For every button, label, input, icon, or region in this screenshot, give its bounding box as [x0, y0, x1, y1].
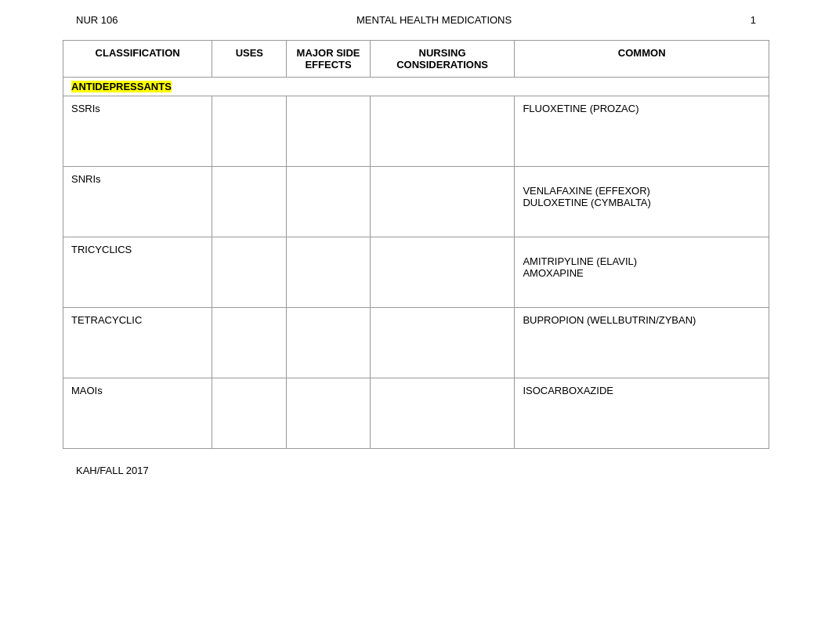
classification-tetracyclic: TETRACYCLIC [63, 308, 212, 378]
classification-ssris: SSRIs [63, 96, 212, 167]
major-snris [287, 167, 370, 237]
uses-snris [212, 167, 287, 237]
major-tetracyclic [287, 308, 370, 378]
classification-snris: SNRIs [63, 167, 212, 237]
footer: KAH/FALL 2017 [0, 449, 832, 492]
common-tetracyclic: BUPROPION (WELLBUTRIN/ZYBAN) [515, 308, 769, 378]
table-row: SNRIs VENLAFAXINE (EFFEXOR) DULOXETINE (… [63, 167, 769, 237]
classification-maois: MAOIs [63, 378, 212, 449]
page: NUR 106 MENTAL HEALTH MEDICATIONS 1 CLAS… [0, 0, 832, 644]
footer-text: KAH/FALL 2017 [76, 465, 149, 476]
table-row: TRICYCLICS AMITRIPYLINE (ELAVIL) AMOXAPI… [63, 237, 769, 308]
major-maois [287, 378, 370, 449]
header: NUR 106 MENTAL HEALTH MEDICATIONS 1 [0, 0, 832, 40]
uses-tricyclics [212, 237, 287, 308]
uses-tetracyclic [212, 308, 287, 378]
table-row: TETRACYCLIC BUPROPION (WELLBUTRIN/ZYBAN) [63, 308, 769, 378]
table-wrapper: CLASSIFICATION USES MAJOR SIDE EFFECTS N… [63, 40, 769, 449]
header-title: MENTAL HEALTH MEDICATIONS [118, 14, 750, 26]
antidepressants-label: ANTIDEPRESSANTS [71, 81, 172, 92]
table-row: SSRIs FLUOXETINE (PROZAC) [63, 96, 769, 167]
nursing-maois [370, 378, 515, 449]
common-snris: VENLAFAXINE (EFFEXOR) DULOXETINE (CYMBAL… [515, 167, 769, 237]
header-page: 1 [751, 14, 756, 26]
classification-tricyclics: TRICYCLICS [63, 237, 212, 308]
col-nursing-considerations: NURSING CONSIDERATIONS [370, 41, 515, 78]
nursing-ssris [370, 96, 515, 167]
col-classification: CLASSIFICATION [63, 41, 212, 78]
nursing-tetracyclic [370, 308, 515, 378]
common-maois: ISOCARBOXAZIDE [515, 378, 769, 449]
main-table: CLASSIFICATION USES MAJOR SIDE EFFECTS N… [63, 40, 769, 449]
uses-maois [212, 378, 287, 449]
col-uses: USES [212, 41, 287, 78]
col-common: COMMON [515, 41, 769, 78]
nursing-snris [370, 167, 515, 237]
section-header-row: ANTIDEPRESSANTS [63, 78, 769, 96]
major-ssris [287, 96, 370, 167]
common-tricyclics: AMITRIPYLINE (ELAVIL) AMOXAPINE [515, 237, 769, 308]
col-major-side-effects: MAJOR SIDE EFFECTS [287, 41, 370, 78]
uses-ssris [212, 96, 287, 167]
common-ssris: FLUOXETINE (PROZAC) [515, 96, 769, 167]
nursing-tricyclics [370, 237, 515, 308]
header-course: NUR 106 [76, 14, 118, 26]
antidepressants-header-cell: ANTIDEPRESSANTS [63, 78, 769, 96]
header-row: CLASSIFICATION USES MAJOR SIDE EFFECTS N… [63, 41, 769, 78]
major-tricyclics [287, 237, 370, 308]
table-row: MAOIs ISOCARBOXAZIDE [63, 378, 769, 449]
